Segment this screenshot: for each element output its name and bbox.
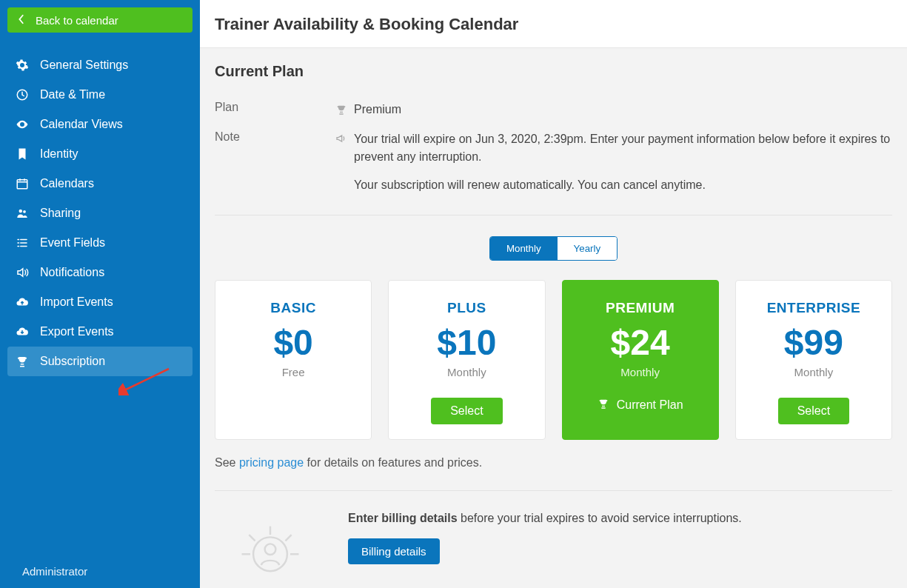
sidebar-item-export-events[interactable]: Export Events [0,317,200,347]
sidebar-item-label: Import Events [40,295,113,309]
plan-price: $99 [748,322,880,363]
svg-point-5 [265,544,276,555]
plan-tier: PREMIUM [575,300,706,316]
clock-icon [15,87,30,102]
plan-card-enterprise: ENTERPRISE $99 Monthly Select [735,280,892,440]
sidebar-item-label: Identity [40,147,78,161]
plan-period: Monthly [575,366,706,378]
select-plan-button[interactable]: Select [778,398,849,424]
pricing-note-after: for details on features and prices. [304,456,482,469]
svg-line-8 [285,535,291,541]
sidebar-item-import-events[interactable]: Import Events [0,287,200,317]
pricing-page-link[interactable]: pricing page [239,456,304,469]
back-button-label: Back to calendar [36,14,118,27]
sidebar-footer-role: Administrator [0,555,200,588]
billing-text: Enter billing details before your trial … [348,512,892,564]
billing-illustration [215,512,326,578]
plan-value: Premium [354,101,892,118]
cloud-down-icon [15,324,30,339]
note-line-2: Your subscription will renew automatical… [354,176,892,194]
sidebar-item-sharing[interactable]: Sharing [0,198,200,228]
sidebar-item-subscription[interactable]: Subscription [7,347,193,376]
sidebar-item-event-fields[interactable]: Event Fields [0,228,200,258]
trophy-icon [15,354,30,369]
plan-period: Free [227,366,359,378]
svg-rect-1 [17,180,27,189]
toggle-monthly[interactable]: Monthly [490,237,558,260]
sidebar-item-label: Event Fields [40,236,105,250]
divider [215,490,892,491]
sidebar-item-identity[interactable]: Identity [0,139,200,169]
sidebar-item-label: Calendars [40,177,94,190]
current-plan-label: Current Plan [617,398,683,412]
sidebar-item-general-settings[interactable]: General Settings [0,50,200,80]
content-area: Current Plan Plan Premium Note Your tria… [200,48,907,588]
plan-card-basic: BASIC $0 Free [215,280,372,440]
bookmark-icon [15,147,30,161]
page-header: Trainer Availability & Booking Calendar [200,0,907,48]
note-row: Note Your trial will expire on Jun 3, 20… [215,130,892,194]
main: Trainer Availability & Booking Calendar … [200,0,907,588]
note-body: Your trial will expire on Jun 3, 2020, 2… [354,130,892,194]
sidebar-item-label: Export Events [40,325,114,338]
users-icon [15,206,30,221]
billing-details-button[interactable]: Billing details [348,538,440,564]
plan-tier: PLUS [401,300,532,316]
sidebar-item-label: Subscription [40,355,105,368]
plan-period: Monthly [401,366,532,378]
sidebar-item-notifications[interactable]: Notifications [0,258,200,287]
back-to-calendar-button[interactable]: Back to calendar [7,7,193,33]
sidebar-item-label: Notifications [40,266,104,279]
sidebar-item-calendars[interactable]: Calendars [0,169,200,198]
megaphone-icon [333,133,349,144]
list-icon [15,235,30,250]
plan-label: Plan [215,101,333,118]
sidebar-item-label: Sharing [40,207,81,220]
cloud-up-icon [15,295,30,310]
plan-price: $0 [227,322,359,363]
divider [215,215,892,216]
sidebar-item-label: Date & Time [40,88,105,101]
svg-point-2 [19,210,23,213]
svg-line-7 [249,535,255,541]
calendar-icon [15,176,30,191]
sidebar-item-date-time[interactable]: Date & Time [0,80,200,110]
toggle-yearly[interactable]: Yearly [558,237,618,260]
billing-text-rest: before your trial expires to avoid servi… [458,512,742,524]
current-plan-indicator: Current Plan [575,398,706,412]
plan-price: $24 [575,322,706,363]
plan-price: $10 [401,322,532,363]
billing-text-bold: Enter billing details [348,512,458,524]
plan-period: Monthly [748,366,880,378]
select-plan-button[interactable]: Select [431,398,502,424]
sidebar-item-calendar-views[interactable]: Calendar Views [0,110,200,139]
sidebar-item-label: General Settings [40,59,128,72]
plan-row: Plan Premium [215,101,892,118]
trophy-icon [333,101,349,118]
note-label: Note [215,130,333,144]
plan-card-premium: PREMIUM $24 Monthly Current Plan [562,280,719,440]
section-title-current-plan: Current Plan [215,63,892,80]
pricing-note: See pricing page for details on features… [215,456,892,470]
plan-tier: BASIC [227,300,359,316]
eye-icon [15,117,30,132]
gear-icon [15,58,30,73]
sidebar-nav: General Settings Date & Time Calendar Vi… [0,50,200,555]
sidebar: Back to calendar General Settings Date &… [0,0,200,588]
pricing-note-before: See [215,456,239,469]
billing-period-toggle: Monthly Yearly [215,236,892,261]
sound-icon [15,265,30,280]
note-line-1: Your trial will expire on Jun 3, 2020, 2… [354,130,892,166]
trophy-icon [598,398,609,412]
chevron-left-icon [18,14,25,27]
plan-cards: BASIC $0 Free PLUS $10 Monthly Select PR… [215,280,892,440]
page-title: Trainer Availability & Booking Calendar [215,15,892,34]
plan-tier: ENTERPRISE [748,300,880,316]
billing-block: Enter billing details before your trial … [215,512,892,578]
svg-point-3 [23,210,26,213]
sidebar-item-label: Calendar Views [40,118,123,131]
plan-card-plus: PLUS $10 Monthly Select [388,280,545,440]
